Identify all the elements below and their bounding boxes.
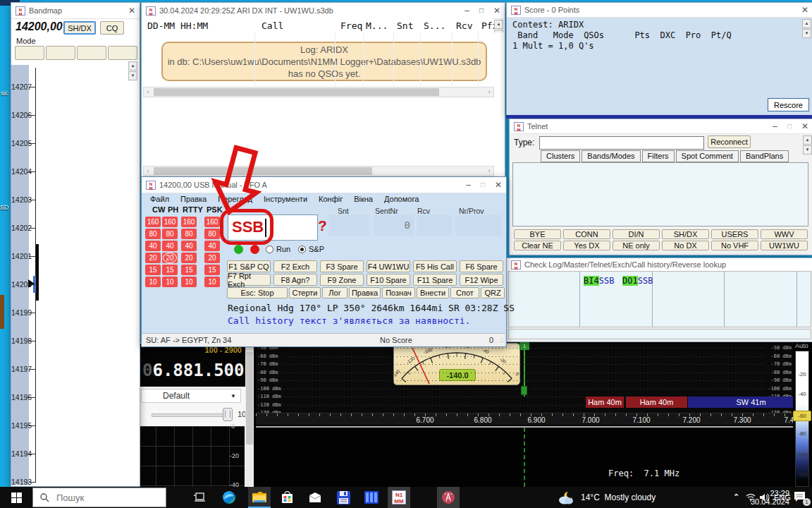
minimize-icon[interactable]: – bbox=[465, 7, 469, 14]
action-button-4[interactable]: Познач bbox=[382, 287, 415, 298]
spreadsheet-button[interactable] bbox=[361, 489, 382, 506]
score-titlebar[interactable]: NM Score - 0 Points ✕ bbox=[507, 3, 812, 18]
nrprov-field[interactable] bbox=[455, 215, 501, 236]
panel-scrollbar[interactable]: ⌃ bbox=[245, 342, 254, 487]
band-button-cw-15[interactable]: 15 bbox=[145, 265, 161, 275]
band-button-cw-160[interactable]: 160 bbox=[145, 217, 161, 227]
telnet-button-neonly[interactable]: NE only bbox=[613, 241, 660, 250]
clock-display[interactable]: 23:29 30.04.2024 bbox=[710, 489, 789, 506]
telnet-button-yesdx[interactable]: Yes DX bbox=[563, 241, 610, 250]
diskette-button[interactable] bbox=[333, 489, 354, 506]
notification-button[interactable]: 1 bbox=[794, 491, 809, 504]
fkey-button-f6[interactable]: F6 Spare bbox=[460, 260, 503, 272]
telnet-button-wwv[interactable]: WWV bbox=[761, 229, 808, 239]
close-icon[interactable]: ✕ bbox=[128, 7, 135, 14]
action-button-5[interactable]: Внести bbox=[417, 287, 449, 298]
log-column-header[interactable]: Freq bbox=[340, 20, 362, 31]
waterfall[interactable]: Freq: 7.1 MHz bbox=[256, 425, 793, 487]
task-view-button[interactable] bbox=[189, 489, 210, 506]
search-input[interactable] bbox=[55, 492, 149, 504]
log-column-header[interactable]: S... bbox=[424, 20, 445, 31]
close-icon[interactable]: ✕ bbox=[801, 6, 808, 13]
fkey-button-f9[interactable]: F9 Zone bbox=[320, 274, 364, 286]
log-titlebar[interactable]: NM 30.04.2024 20:29:25Z ARI DX INT - UW1… bbox=[142, 3, 505, 19]
telnet-button-clearne[interactable]: Clear NE bbox=[514, 241, 561, 250]
telnet-tab-bandsmodes[interactable]: Bands/Modes bbox=[582, 150, 640, 162]
bandmap-mode-box[interactable] bbox=[15, 46, 44, 60]
file-explorer-button[interactable] bbox=[248, 487, 271, 508]
tuning-marker-flag[interactable]: 1 bbox=[519, 342, 529, 350]
band-button-ph-80[interactable]: 80 bbox=[162, 229, 178, 239]
band-button-rtty-15[interactable]: 15 bbox=[181, 265, 197, 275]
fkey-button-f5[interactable]: F5 His Call bbox=[413, 260, 457, 272]
telnet-tab-filters[interactable]: Filters bbox=[642, 150, 675, 162]
reconnect-button[interactable]: Reconnect bbox=[708, 135, 751, 148]
palette-slider[interactable]: -60 bbox=[793, 411, 811, 421]
bandmap-mode-box[interactable] bbox=[46, 46, 75, 60]
log-second-pane[interactable] bbox=[142, 99, 503, 164]
frequency-ruler[interactable]: 6.7006.8006.9007.0007.1007.2007.3007.400… bbox=[256, 413, 793, 425]
log-column-header[interactable]: Rcv bbox=[456, 20, 472, 31]
check-titlebar[interactable]: NM Check Log/Master/Telnet/Exch/Call his… bbox=[507, 258, 812, 272]
check-entry[interactable]: BI4SSB bbox=[584, 276, 614, 286]
maximize-icon[interactable]: □ bbox=[787, 123, 792, 130]
check-entry[interactable]: DO1SSB bbox=[622, 276, 653, 286]
entry-titlebar[interactable]: NM 14200,00 USB Manual - VFO A – □ ✕ bbox=[142, 177, 506, 193]
start-button[interactable] bbox=[0, 487, 32, 508]
close-icon[interactable]: ✕ bbox=[801, 123, 808, 130]
telnet-type-input[interactable] bbox=[539, 136, 704, 150]
band-button-cw-40[interactable]: 40 bbox=[145, 241, 161, 251]
fkey-button-f1[interactable]: F1 S&P CQ bbox=[227, 260, 271, 272]
telnet-tab-clusters[interactable]: Clusters bbox=[541, 150, 580, 162]
action-button-2[interactable]: Лог bbox=[322, 287, 347, 298]
auto-label[interactable]: Auto bbox=[795, 342, 808, 349]
close-icon[interactable]: ✕ bbox=[495, 181, 502, 188]
band-button-ph-160[interactable]: 160 bbox=[162, 217, 178, 227]
telnet-spinner[interactable]: ▲▼ bbox=[803, 135, 812, 155]
action-button-6[interactable]: Спот bbox=[450, 287, 479, 298]
band-button-ph-15[interactable]: 15 bbox=[162, 265, 178, 275]
cq-button[interactable]: CQ bbox=[100, 21, 124, 35]
check-pane[interactable]: BI4SSBDO1SSB bbox=[508, 271, 811, 327]
telnet-button-uw1wu[interactable]: UW1WU bbox=[761, 241, 808, 250]
telnet-button-shdx[interactable]: SH/DX bbox=[662, 229, 709, 239]
bandmap-spinner[interactable]: ▲▼ bbox=[128, 61, 137, 80]
band-button-rtty-10[interactable]: 10 bbox=[181, 277, 197, 287]
telnet-button-din[interactable]: DI/N bbox=[613, 229, 660, 239]
snt-field[interactable] bbox=[328, 215, 369, 236]
band-button-rtty-80[interactable]: 80 bbox=[181, 229, 197, 239]
fkey-button-f7[interactable]: F7 Rpt Exch bbox=[227, 274, 271, 286]
telnet-button-users[interactable]: USERS bbox=[711, 229, 758, 239]
n1mm-button[interactable]: N1MM bbox=[388, 487, 410, 508]
log-grid-pane[interactable]: Log: ARIDX in db: C:\Users\uw1wu\Documen… bbox=[142, 32, 503, 87]
minimize-icon[interactable]: – bbox=[773, 123, 777, 130]
resize-grip[interactable]: .: bbox=[500, 337, 503, 344]
log-column-header[interactable]: Snt bbox=[397, 20, 413, 31]
band-button-rtty-20[interactable]: 20 bbox=[181, 253, 197, 263]
menu-Файл[interactable]: Файл bbox=[150, 195, 169, 203]
rcv-field[interactable] bbox=[417, 215, 452, 236]
band-button-cw-10[interactable]: 10 bbox=[145, 277, 161, 287]
fkey-button-f3[interactable]: F3 Spare bbox=[320, 260, 364, 272]
telnet-button-novhf[interactable]: No VHF bbox=[711, 241, 758, 250]
bandmap-titlebar[interactable]: NM Bandmap ✕ bbox=[11, 3, 140, 19]
telnet-button-bye[interactable]: BYE bbox=[514, 229, 561, 239]
edge-button[interactable] bbox=[219, 489, 240, 506]
log-column-header[interactable]: DD-MM HH:MM bbox=[147, 20, 208, 31]
band-button-ph-40[interactable]: 40 bbox=[162, 241, 178, 251]
close-icon[interactable]: ✕ bbox=[493, 7, 500, 14]
action-button-1[interactable]: Стерти bbox=[289, 287, 321, 298]
band-button-psk-20[interactable]: 20 bbox=[204, 253, 220, 263]
sdr-app-button[interactable] bbox=[437, 487, 460, 508]
menu-Конфіг[interactable]: Конфіг bbox=[319, 195, 343, 203]
fkey-button-f8[interactable]: F8 Agn? bbox=[273, 274, 317, 286]
telnet-button-conn[interactable]: CONN bbox=[563, 229, 610, 239]
log-hscrollbar2[interactable]: ‹› bbox=[143, 166, 494, 176]
weather-widget[interactable]: 14°C Mostly cloudy bbox=[557, 487, 730, 508]
action-button-0[interactable]: Esc: Stop bbox=[227, 287, 288, 298]
minimize-icon[interactable]: – bbox=[466, 181, 471, 188]
band-button-ph-10[interactable]: 10 bbox=[162, 277, 178, 287]
action-button-7[interactable]: QRZ bbox=[481, 287, 505, 298]
store-button[interactable] bbox=[276, 489, 297, 506]
maximize-icon[interactable]: □ bbox=[479, 7, 484, 14]
